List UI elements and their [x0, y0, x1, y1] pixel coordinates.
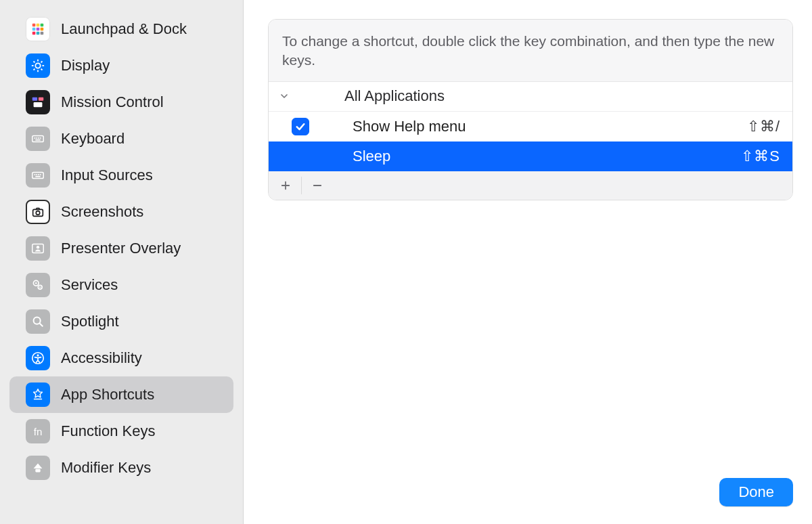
sidebar-item-mission-control[interactable]: Mission Control — [9, 84, 233, 121]
svg-point-39 — [35, 282, 37, 284]
shortcuts-group-label: All Applications — [344, 87, 445, 105]
app-shortcuts-icon — [26, 383, 50, 407]
svg-rect-4 — [37, 28, 40, 31]
sidebar-item-function-keys[interactable]: fn Function Keys — [9, 413, 233, 450]
svg-rect-45 — [35, 469, 40, 473]
sidebar-item-label: Mission Control — [61, 93, 164, 111]
shortcut-keys[interactable]: ⇧⌘/ — [747, 118, 780, 135]
svg-rect-28 — [35, 174, 36, 175]
search-icon — [26, 309, 50, 334]
svg-point-44 — [37, 354, 39, 356]
sidebar-item-screenshots[interactable]: Screenshots — [9, 194, 233, 230]
sidebar-item-label: Spotlight — [61, 313, 119, 330]
sidebar-item-launchpad-dock[interactable]: Launchpad & Dock — [9, 11, 233, 47]
svg-rect-2 — [41, 24, 44, 27]
remove-shortcut-button[interactable] — [307, 175, 328, 196]
svg-rect-31 — [40, 174, 41, 175]
svg-point-9 — [35, 63, 40, 68]
svg-rect-29 — [36, 174, 37, 175]
svg-rect-18 — [32, 97, 37, 101]
done-button[interactable]: Done — [719, 478, 793, 506]
svg-line-42 — [40, 324, 43, 327]
sidebar-item-label: Screenshots — [61, 203, 143, 221]
svg-rect-21 — [32, 135, 44, 141]
input-sources-icon — [26, 163, 50, 188]
presenter-icon — [26, 236, 50, 261]
sidebar-item-app-shortcuts[interactable]: App Shortcuts — [9, 376, 233, 413]
shortcut-checkbox[interactable] — [292, 118, 309, 135]
svg-point-36 — [37, 246, 39, 248]
svg-rect-23 — [36, 137, 37, 139]
services-icon — [26, 273, 50, 297]
camera-icon — [26, 200, 50, 224]
sidebar-item-label: Display — [61, 57, 110, 74]
sidebar-item-label: Services — [61, 276, 118, 294]
svg-rect-24 — [38, 137, 39, 139]
fn-icon: fn — [26, 419, 50, 443]
shortcut-label: Show Help menu — [353, 118, 747, 135]
sidebar-item-display[interactable]: Display — [9, 47, 233, 84]
shortcut-row[interactable]: Sleep ⇧⌘S — [269, 141, 792, 171]
modifier-icon — [26, 456, 50, 480]
sidebar-item-label: Launchpad & Dock — [61, 20, 187, 38]
shortcuts-panel: To change a shortcut, double click the k… — [268, 19, 793, 200]
chevron-down-icon[interactable] — [277, 89, 292, 104]
mission-control-icon — [26, 90, 50, 114]
sidebar: Launchpad & Dock Display Mission Control… — [0, 0, 244, 524]
sidebar-item-label: Accessibility — [61, 349, 142, 367]
sidebar-item-keyboard[interactable]: Keyboard — [9, 121, 233, 157]
svg-rect-5 — [41, 28, 44, 31]
svg-rect-22 — [35, 137, 36, 139]
sidebar-item-spotlight[interactable]: Spotlight — [9, 303, 233, 340]
main-pane: To change a shortcut, double click the k… — [244, 0, 812, 524]
svg-line-15 — [41, 69, 43, 70]
sidebar-item-label: Input Sources — [61, 167, 153, 184]
accessibility-icon — [26, 346, 50, 370]
sidebar-item-label: Keyboard — [61, 130, 125, 148]
sidebar-item-label: Presenter Overlay — [61, 240, 181, 257]
svg-rect-20 — [34, 102, 43, 107]
svg-rect-19 — [39, 97, 43, 101]
sidebar-item-presenter-overlay[interactable]: Presenter Overlay — [9, 230, 233, 267]
svg-rect-1 — [37, 24, 40, 27]
svg-rect-27 — [32, 172, 44, 178]
svg-line-16 — [33, 69, 35, 70]
sidebar-item-accessibility[interactable]: Accessibility — [9, 340, 233, 376]
sidebar-item-input-sources[interactable]: Input Sources — [9, 157, 233, 194]
brightness-icon — [26, 53, 50, 78]
shortcuts-group-row[interactable]: All Applications — [269, 82, 792, 112]
svg-rect-7 — [37, 32, 40, 35]
panel-footer-actions — [269, 171, 792, 200]
svg-rect-8 — [41, 32, 44, 35]
sidebar-item-label: Modifier Keys — [61, 459, 151, 477]
svg-rect-26 — [35, 139, 40, 141]
svg-line-14 — [33, 61, 35, 62]
launchpad-icon — [26, 17, 50, 41]
sidebar-item-services[interactable]: Services — [9, 267, 233, 303]
svg-point-41 — [34, 318, 41, 324]
svg-line-17 — [41, 61, 43, 62]
svg-rect-30 — [38, 174, 39, 175]
svg-point-40 — [39, 286, 41, 288]
sidebar-item-modifier-keys[interactable]: Modifier Keys — [9, 450, 233, 486]
shortcut-row[interactable]: Show Help menu ⇧⌘/ — [269, 112, 792, 141]
panel-help-text: To change a shortcut, double click the k… — [269, 20, 792, 82]
svg-rect-0 — [32, 24, 36, 27]
svg-point-34 — [36, 211, 40, 215]
shortcut-keys[interactable]: ⇧⌘S — [741, 148, 780, 165]
sidebar-item-label: Function Keys — [61, 422, 155, 440]
add-shortcut-button[interactable] — [275, 175, 296, 196]
svg-rect-25 — [40, 137, 41, 139]
shortcut-label: Sleep — [353, 148, 741, 165]
divider — [301, 177, 302, 194]
sidebar-item-label: App Shortcuts — [61, 386, 154, 403]
svg-rect-6 — [32, 32, 36, 35]
svg-rect-3 — [32, 28, 36, 31]
keyboard-icon — [26, 127, 50, 151]
svg-rect-32 — [35, 176, 40, 177]
